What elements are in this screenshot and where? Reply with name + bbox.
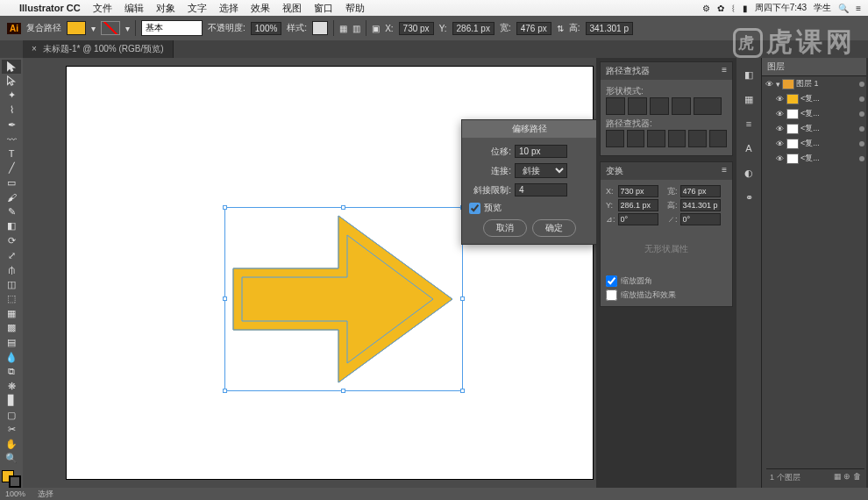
unite-button[interactable] (606, 97, 625, 115)
tab-close-icon[interactable]: × (32, 44, 37, 54)
rectangle-tool[interactable]: ▭ (2, 176, 21, 190)
target-icon[interactable] (859, 141, 864, 146)
target-icon[interactable] (859, 126, 864, 132)
miter-input[interactable] (515, 183, 567, 196)
color-panel-icon[interactable]: ◧ (741, 67, 757, 82)
target-icon[interactable] (859, 82, 864, 87)
menu-select[interactable]: 选择 (219, 2, 238, 15)
menu-help[interactable]: 帮助 (345, 2, 365, 15)
zoom-level[interactable]: 100% (5, 489, 25, 498)
preview-checkbox[interactable] (469, 203, 480, 214)
ref-point-icon[interactable]: ▣ (372, 24, 380, 33)
shape-builder-tool[interactable]: ⬚ (2, 292, 21, 306)
gradient-tool[interactable]: ▤ (2, 336, 21, 350)
layer-row[interactable]: 👁 ▾ 图层 1 (762, 76, 866, 91)
stroke-swatch[interactable] (101, 21, 120, 35)
app-name[interactable]: Illustrator CC (19, 3, 81, 13)
x-input[interactable]: 730 px (399, 22, 434, 35)
layer-name[interactable]: <复... (800, 153, 857, 164)
width-tool[interactable]: ⫛ (2, 263, 21, 277)
th-input[interactable] (680, 199, 721, 211)
search-icon[interactable]: 🔍 (838, 4, 849, 13)
layer-row[interactable]: 👁<复... (762, 106, 866, 121)
fill-stroke-control[interactable] (2, 470, 21, 488)
stroke-box[interactable] (9, 475, 21, 488)
tw-input[interactable] (680, 185, 721, 197)
target-icon[interactable] (859, 111, 864, 117)
menu-edit[interactable]: 编辑 (125, 2, 144, 15)
layer-row[interactable]: 👁<复... (762, 121, 866, 136)
layers-title[interactable]: 图层 (767, 61, 785, 73)
paintbrush-tool[interactable]: 🖌 (2, 190, 21, 204)
menu-object[interactable]: 对象 (156, 2, 175, 15)
line-tool[interactable]: ╱ (2, 161, 21, 175)
menu-effect[interactable]: 效果 (251, 2, 270, 15)
trim-button[interactable] (627, 130, 645, 147)
pen-tool[interactable]: ✒ (2, 118, 21, 132)
column-graph-tool[interactable]: ▊ (2, 394, 21, 408)
fill-swatch[interactable] (67, 21, 86, 35)
user[interactable]: 学生 (814, 2, 831, 14)
visibility-icon[interactable]: 👁 (774, 95, 785, 104)
symbol-sprayer-tool[interactable]: ❋ (2, 379, 21, 393)
rotate-tool[interactable]: ⟳ (2, 234, 21, 248)
visibility-icon[interactable]: 👁 (774, 139, 785, 148)
offset-input[interactable] (515, 145, 567, 158)
style-swatch[interactable] (312, 21, 328, 35)
h-input[interactable]: 341.301 p (586, 22, 634, 35)
panel-title[interactable]: 变换 (606, 165, 623, 177)
crop-button[interactable] (668, 130, 687, 147)
link-panel-icon[interactable]: ⚭ (741, 189, 757, 205)
scale-strokes-checkbox[interactable] (606, 289, 617, 301)
layer-name[interactable]: <复... (800, 108, 857, 119)
perspective-tool[interactable]: ▦ (2, 307, 21, 321)
visibility-icon[interactable]: 👁 (764, 80, 774, 89)
menu-file[interactable]: 文件 (93, 2, 112, 15)
align-icon[interactable]: ▥ (352, 24, 360, 33)
new-layer-icon[interactable]: ▦ ⊕ 🗑 (834, 472, 861, 483)
exclude-button[interactable] (672, 97, 691, 115)
target-icon[interactable] (859, 96, 864, 102)
w-input[interactable]: 476 px (516, 22, 551, 35)
mesh-tool[interactable]: ▩ (2, 321, 21, 335)
type-panel-icon[interactable]: A (741, 140, 757, 156)
lasso-tool[interactable]: ⌇ (2, 104, 21, 118)
divide-button[interactable] (606, 130, 624, 147)
panel-menu-icon[interactable]: ≡ (722, 65, 727, 77)
opacity-input[interactable]: 100% (251, 22, 282, 35)
stroke-style[interactable]: 基本 (141, 20, 203, 36)
target-icon[interactable] (859, 156, 864, 161)
stroke-panel-icon[interactable]: ≡ (741, 116, 757, 132)
eyedropper-tool[interactable]: 💧 (2, 350, 21, 364)
menu-type[interactable]: 文字 (188, 2, 207, 15)
ok-button[interactable]: 确定 (532, 219, 576, 237)
hand-tool[interactable]: ✋ (2, 438, 21, 452)
layer-name[interactable]: <复... (800, 93, 857, 104)
type-tool[interactable]: T (2, 146, 21, 161)
layer-name[interactable]: 图层 1 (796, 78, 857, 89)
layer-row[interactable]: 👁<复... (762, 91, 866, 106)
expand-icon[interactable]: ▾ (776, 80, 780, 89)
visibility-icon[interactable]: 👁 (774, 110, 785, 118)
minus-back-button[interactable] (709, 130, 728, 147)
appearance-panel-icon[interactable]: ◐ (741, 165, 757, 181)
layer-name[interactable]: <复... (800, 138, 857, 149)
link-icon[interactable]: ⇅ (557, 24, 564, 33)
selection-bounds[interactable] (224, 207, 463, 391)
canvas[interactable]: 偏移路径 位移: 连接: 斜接 斜接限制: 预览 (23, 58, 596, 488)
angle-input[interactable] (618, 213, 658, 225)
eraser-tool[interactable]: ◧ (2, 219, 21, 233)
clock[interactable]: 周四下午7:43 (755, 2, 807, 14)
document-tab[interactable]: × 未标题-1* @ 100% (RGB/预览) (23, 40, 174, 58)
free-transform-tool[interactable]: ◫ (2, 277, 21, 291)
layer-name[interactable]: <复... (800, 123, 857, 134)
artboard-tool[interactable]: ▢ (2, 409, 21, 423)
y-input[interactable]: 286.1 px (452, 22, 494, 35)
magic-wand-tool[interactable]: ✦ (2, 89, 21, 103)
blend-tool[interactable]: ⧉ (2, 365, 21, 379)
dropdown-icon[interactable]: ▾ (91, 24, 96, 33)
align-icon[interactable]: ▦ (339, 24, 347, 33)
curvature-tool[interactable]: 〰 (2, 132, 21, 146)
menu-window[interactable]: 窗口 (314, 2, 333, 15)
dropdown-icon[interactable]: ▾ (125, 24, 130, 33)
